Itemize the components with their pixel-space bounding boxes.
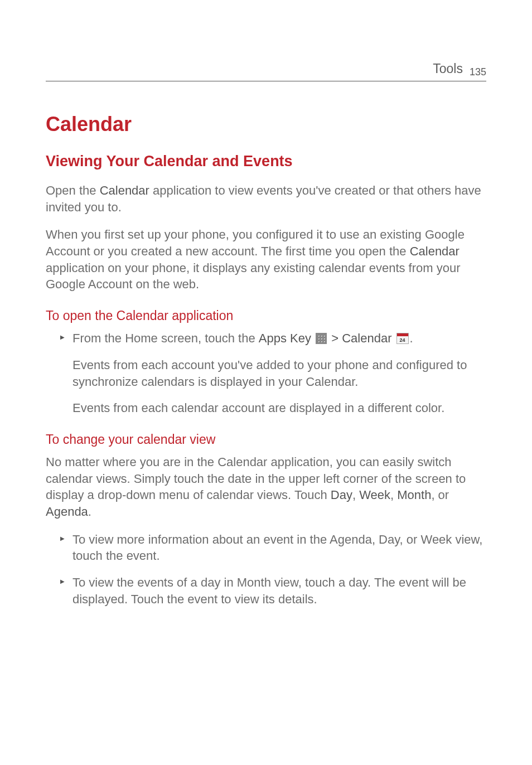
header-page-number: 135 <box>470 66 486 78</box>
text-strong-calendar: Calendar <box>100 183 149 197</box>
paragraph-open-calendar: Open the Calendar application to view ev… <box>46 182 486 215</box>
text-strong-week: Week <box>359 488 390 502</box>
bullet-view-month-events: To view the events of a day in Month vie… <box>46 574 486 607</box>
text-fragment: When you first set up your phone, you co… <box>46 227 465 258</box>
heading-viewing-calendar: Viewing Your Calendar and Events <box>46 153 486 170</box>
text-fragment: , <box>390 488 397 502</box>
text-fragment: From the Home screen, touch the <box>72 331 259 345</box>
text-fragment: , or <box>431 488 449 502</box>
text-fragment: Open the <box>46 183 100 197</box>
paragraph-events-colors: Events from each calendar account are di… <box>46 400 486 417</box>
page-content: Tools 135 Calendar Viewing Your Calendar… <box>0 0 532 607</box>
heading-open-calendar-app: To open the Calendar application <box>46 308 486 323</box>
page-header: Tools 135 <box>46 61 486 81</box>
heading-calendar: Calendar <box>46 113 486 136</box>
bullet-view-more-info: To view more information about an event … <box>46 531 486 564</box>
bullet-from-home-screen: From the Home screen, touch the Apps Key… <box>46 330 486 347</box>
paragraph-change-view: No matter where you are in the Calendar … <box>46 454 486 520</box>
text-fragment: . <box>88 505 91 519</box>
text-fragment: . <box>410 331 413 345</box>
calendar-icon <box>396 333 409 344</box>
text-strong-calendar: Calendar <box>342 331 391 345</box>
text-strong-day: Day <box>331 488 352 502</box>
text-strong-month: Month <box>397 488 431 502</box>
text-strong-apps-key: Apps Key <box>259 331 311 345</box>
apps-key-icon <box>316 333 327 344</box>
heading-change-calendar-view: To change your calendar view <box>46 432 486 447</box>
paragraph-first-setup: When you first set up your phone, you co… <box>46 226 486 293</box>
header-section-label: Tools <box>433 61 463 76</box>
paragraph-events-accounts: Events from each account you've added to… <box>46 357 486 390</box>
text-strong-calendar: Calendar <box>410 244 460 258</box>
text-fragment: , <box>352 488 359 502</box>
text-fragment: application on your phone, it displays a… <box>46 261 461 292</box>
text-strong-agenda: Agenda <box>46 505 88 519</box>
text-fragment: > <box>328 331 342 345</box>
